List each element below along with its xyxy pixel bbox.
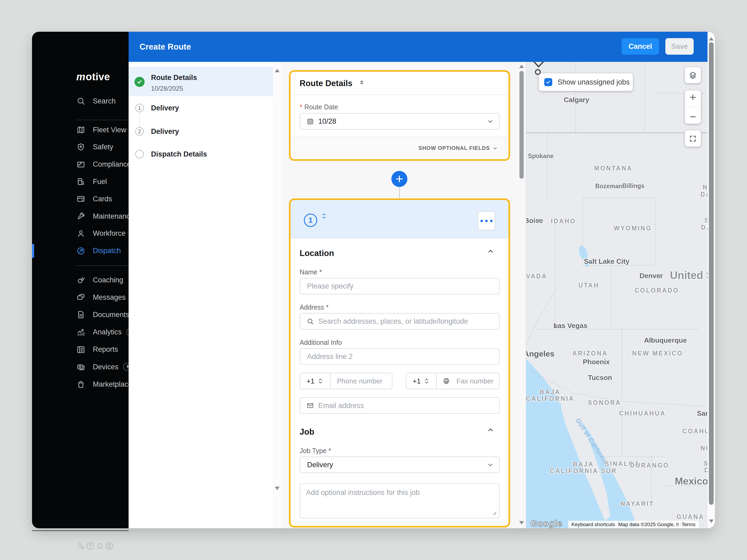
scroll-up-icon[interactable]: [275, 69, 280, 72]
route-details-card: Route Details *Route Date 10/28 SHOW OPT…: [289, 70, 510, 161]
phone-country-code[interactable]: +1: [300, 373, 331, 389]
map-terms-link[interactable]: Terms: [678, 521, 699, 528]
collapse-job-icon[interactable]: [487, 426, 494, 434]
address-field[interactable]: [300, 313, 500, 329]
additional-info-input[interactable]: [307, 352, 499, 361]
sidebar-item-analytics[interactable]: AnalyticsNEW: [32, 324, 129, 341]
reorder-icon[interactable]: [359, 80, 365, 84]
sidebar-item-safety[interactable]: Safety: [32, 139, 129, 156]
checkbox-checked-icon[interactable]: [544, 78, 552, 86]
map-fullscreen-button[interactable]: [685, 130, 701, 146]
save-button[interactable]: Save: [665, 38, 694, 55]
name-field[interactable]: [300, 278, 500, 294]
map-pin-icon: [533, 62, 545, 68]
form-scrollbar-thumb[interactable]: [519, 71, 524, 179]
report-icon: [76, 345, 85, 354]
map-city-dot: [659, 274, 662, 277]
zoom-in-icon[interactable]: [689, 93, 697, 102]
map-city-dot: [555, 324, 558, 327]
window-scroll-up-icon[interactable]: [709, 37, 714, 41]
sidebar-item-documents[interactable]: Documents: [32, 306, 129, 323]
sidebar-item-cards[interactable]: Cards: [32, 190, 129, 208]
whistle-icon: [76, 275, 85, 285]
map-city-dot: [648, 339, 651, 342]
step-route-details[interactable]: Route Details 10/28/2025: [129, 67, 273, 96]
address-input[interactable]: [318, 317, 499, 326]
help-icon[interactable]: [85, 541, 95, 551]
sidebar-item-devices[interactable]: DevicesNEW: [32, 358, 129, 375]
sidebar-item-messages[interactable]: Messages: [32, 289, 129, 306]
sidebar-item-marketplace[interactable]: Marketplace: [32, 376, 129, 393]
map-canvas: [526, 62, 707, 528]
show-optional-fields-link[interactable]: SHOW OPTIONAL FIELDS: [419, 145, 498, 151]
sidebar-divider: [32, 530, 129, 531]
chevron-down-icon: [487, 461, 494, 468]
account-icon[interactable]: [105, 541, 114, 551]
sidebar: motive Search Fleet ViewSafetyCompliance…: [32, 32, 129, 528]
sidebar-item-workforce[interactable]: Workforce: [32, 225, 129, 242]
fax-input[interactable]: [450, 377, 499, 385]
sidebar-item-fleet-view[interactable]: Fleet View: [32, 121, 129, 138]
step-delivery-2[interactable]: 2Delivery: [129, 123, 273, 140]
map-layers-button[interactable]: [685, 67, 701, 83]
bag-icon: [76, 380, 85, 389]
additional-info-field[interactable]: [300, 348, 500, 365]
show-unassigned-jobs-toggle[interactable]: Show unassigned jobs: [539, 73, 633, 91]
cancel-button[interactable]: Cancel: [622, 38, 659, 55]
map-city-dot: [538, 219, 541, 222]
step-number: [135, 150, 144, 158]
sidebar-item-label: Compliance: [93, 160, 131, 168]
chevron-down-icon: [487, 118, 494, 125]
bell-icon[interactable]: [95, 541, 105, 551]
phone-field[interactable]: [331, 373, 392, 389]
sidebar-item-label: Maintenance: [93, 212, 134, 220]
sidebar-item-reports[interactable]: Reports: [32, 341, 129, 358]
route-date-field[interactable]: 10/28: [300, 113, 500, 130]
resize-handle-icon[interactable]: [491, 510, 497, 516]
sidebar-item-dispatch[interactable]: Dispatch: [32, 242, 129, 260]
job-instructions-input[interactable]: [300, 484, 499, 518]
sidebar-item-label: Messages: [93, 293, 126, 301]
job-type-select[interactable]: Delivery: [300, 456, 500, 473]
form-scroll-down-icon[interactable]: [519, 521, 524, 525]
sidebar-item-maintenance[interactable]: Maintenance: [32, 208, 129, 225]
name-input[interactable]: [307, 282, 499, 290]
stop-menu-button[interactable]: [478, 211, 495, 231]
sidebar-item-label: Dispatch: [93, 247, 121, 255]
email-field[interactable]: [300, 397, 500, 414]
sidebar-item-label: Fuel: [93, 178, 107, 186]
sidebar-item-label: Fleet View: [93, 126, 126, 134]
window-scrollbar-thumb[interactable]: [709, 42, 714, 505]
chat-icon: [76, 293, 85, 302]
zoom-out-icon[interactable]: [689, 112, 697, 121]
sidebar-item-search[interactable]: Search: [32, 92, 129, 110]
fuel-icon: [76, 177, 85, 186]
stop-card-header: 1: [290, 200, 509, 238]
window-scroll-down-icon[interactable]: [709, 519, 714, 523]
stop-card: 1 Location Name * Address * Additional I…: [289, 198, 510, 528]
sidebar-item-fuel[interactable]: Fuel: [32, 173, 129, 190]
sidebar-item-coaching[interactable]: Coaching: [32, 271, 129, 289]
form-scroll-up-icon[interactable]: [519, 64, 524, 68]
route-steps-panel: Route Details 10/28/2025 1Delivery2Deliv…: [129, 62, 273, 528]
reorder-stop-icon[interactable]: [321, 213, 327, 219]
card-title: Route Details: [300, 79, 353, 88]
add-stop-button[interactable]: [391, 171, 407, 187]
location-section-title: Location: [300, 248, 334, 258]
collapse-location-icon[interactable]: [487, 247, 494, 255]
sidebar-item-label: Safety: [93, 143, 113, 151]
phone-input[interactable]: [331, 377, 392, 385]
map[interactable]: Show unassigned jobs CalgarySpokaneMONTA…: [526, 62, 707, 528]
step-delivery-1[interactable]: 1Delivery: [129, 100, 273, 116]
page-title: Create Route: [139, 42, 191, 52]
stop-number-badge[interactable]: 1: [304, 214, 317, 227]
fax-country-code[interactable]: +1: [406, 373, 437, 389]
map-attribution[interactable]: Keyboard shortcuts: [568, 521, 618, 528]
user-settings-icon[interactable]: [76, 541, 85, 551]
step-dispatch-details-final[interactable]: Dispatch Details: [129, 145, 273, 163]
fax-field[interactable]: [437, 373, 500, 389]
scroll-down-icon[interactable]: [275, 487, 280, 490]
email-input[interactable]: [318, 402, 499, 410]
job-instructions-field[interactable]: [300, 483, 500, 518]
sidebar-item-compliance[interactable]: Compliance: [32, 156, 129, 173]
